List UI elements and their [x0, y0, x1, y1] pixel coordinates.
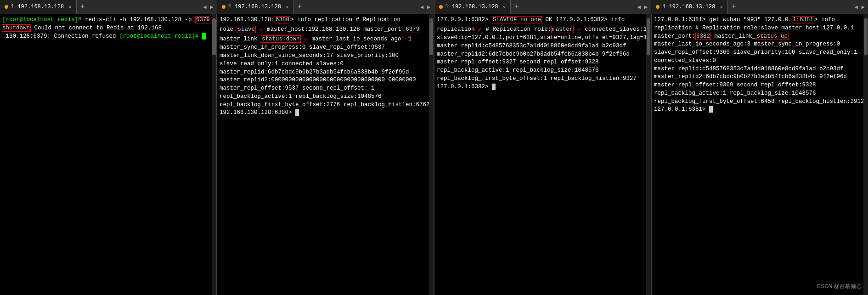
terminal-4[interactable]: 127.0.0.1:6381> get wuhan "993" 127.0.0.…: [652, 14, 868, 295]
tab-dot-1: [5, 5, 8, 9]
scrollbar-1[interactable]: [212, 14, 216, 295]
panel-2: 192.168.130.128:6380> info replication #…: [217, 14, 434, 295]
tab-nav-2: ◀ ▶: [417, 0, 434, 14]
scrollbar-4[interactable]: [863, 14, 868, 295]
tab-next-1[interactable]: ▶: [209, 4, 215, 11]
tab-dot-3: [439, 5, 443, 9]
tab-group-4: 1 192.168.13.128 ✕ + ◀ ▶: [651, 0, 868, 14]
highlight-role-slave: slave: [237, 26, 256, 33]
highlight-link-status: status:down: [261, 35, 301, 43]
panels-row: [root@localhost redis]# redis-cli -h 192…: [0, 14, 868, 295]
scrollbar-thumb-3: [647, 18, 650, 55]
tab-add-3[interactable]: +: [511, 0, 523, 14]
tab-add-2[interactable]: +: [294, 0, 306, 14]
tab-next-3[interactable]: ▶: [643, 4, 649, 11]
tab-next-4[interactable]: ▶: [860, 4, 866, 11]
tab-nav-3: ◀ ▶: [634, 0, 651, 14]
tab-label-3: 1 192.168.13.128: [445, 4, 498, 10]
tab-dot-2: [222, 5, 225, 9]
panel-1: [root@localhost redis]# redis-cli -h 192…: [0, 14, 217, 295]
tab-nav-4: ◀ ▶: [851, 0, 868, 14]
tab-1[interactable]: 1 192.168.13.128 ✕: [0, 0, 77, 14]
terminal-3[interactable]: 127.0.0.1:6382> SLAVEOF no one OK 127.0.…: [434, 14, 651, 295]
highlight-master-port: 6379: [405, 26, 420, 33]
scrollbar-2[interactable]: [429, 14, 434, 295]
scrollbar-thumb-4: [864, 18, 868, 55]
highlight-slaveof-no-one: SLAVEOF no one: [492, 16, 542, 23]
tabs-bar: 1 192.168.13.128 ✕ + ◀ ▶ 1 192.168.13.12…: [0, 0, 868, 14]
tab-close-1[interactable]: ✕: [68, 4, 72, 10]
panel-4: 127.0.0.1:6381> get wuhan "993" 127.0.0.…: [652, 14, 868, 295]
terminal-2[interactable]: 192.168.130.128:6380> info replication #…: [217, 14, 434, 295]
terminal-1[interactable]: [root@localhost redis]# redis-cli -h 192…: [0, 14, 216, 295]
tab-4[interactable]: 1 192.168.13.128 ✕: [651, 0, 728, 14]
tab-group-2: 1 192.168.13.128 ✕ + ◀ ▶: [217, 0, 434, 14]
tab-next-2[interactable]: ▶: [426, 4, 432, 11]
scrollbar-thumb-1: [212, 18, 216, 55]
tab-add-1[interactable]: +: [77, 0, 89, 14]
highlight-1-6381: 1:6381: [792, 16, 814, 23]
highlight-6380: 6380: [275, 16, 290, 23]
tab-close-2[interactable]: ✕: [286, 4, 289, 10]
panel-3: 127.0.0.1:6382> SLAVEOF no one OK 127.0.…: [434, 14, 652, 295]
scrollbar-thumb-2: [429, 18, 433, 55]
highlight-status-up: status:up: [756, 33, 789, 40]
tab-label-4: 1 192.168.13.128: [662, 4, 715, 10]
tab-prev-4[interactable]: ◀: [853, 4, 859, 11]
tab-group-1: 1 192.168.13.128 ✕ + ◀ ▶: [0, 0, 217, 14]
tab-add-4[interactable]: +: [728, 0, 740, 14]
tab-close-3[interactable]: ✕: [503, 4, 506, 10]
tab-close-4[interactable]: ✕: [720, 4, 723, 10]
highlight-master-port-6382: 6382: [695, 33, 711, 40]
tab-dot-4: [656, 5, 659, 9]
tab-prev-2[interactable]: ◀: [419, 4, 425, 11]
tab-prev-1[interactable]: ◀: [202, 4, 208, 11]
tab-label-2: 1 192.168.13.128: [228, 4, 281, 10]
tab-2[interactable]: 1 192.168.13.128 ✕: [217, 0, 294, 14]
scrollbar-3[interactable]: [646, 14, 651, 295]
watermark: CSDN @百慕倾君: [817, 283, 862, 290]
highlight-role-master: master: [551, 26, 574, 33]
tab-3[interactable]: 1 192.168.13.128 ✕: [434, 0, 511, 14]
tab-group-3: 1 192.168.13.128 ✕ + ◀ ▶: [434, 0, 652, 14]
tab-prev-3[interactable]: ◀: [636, 4, 642, 11]
tab-nav-1: ◀ ▶: [200, 0, 216, 14]
tab-label-1: 1 192.168.13.128: [11, 4, 64, 10]
